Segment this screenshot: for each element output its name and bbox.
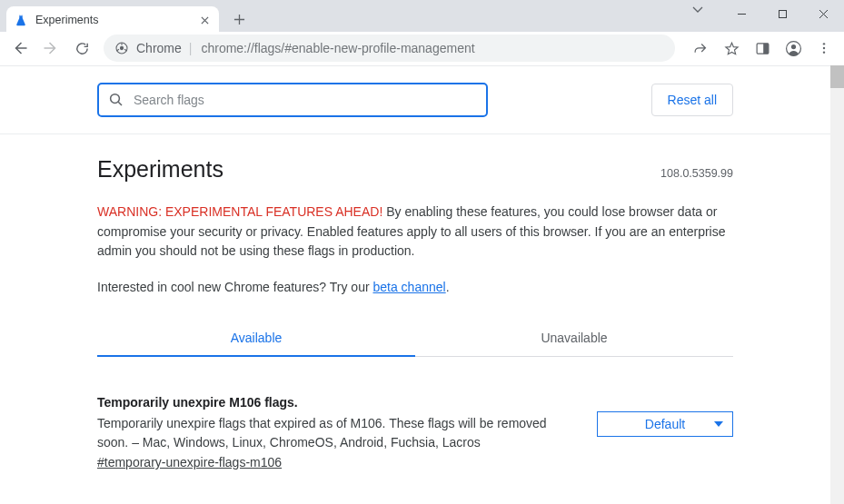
close-window-button[interactable] xyxy=(803,0,844,27)
reload-button[interactable] xyxy=(67,35,96,62)
forward-button[interactable] xyxy=(36,35,65,62)
flag-hash-link[interactable]: #temporary-unexpire-flags-m106 xyxy=(97,455,282,469)
omnibox-prefix: Chrome xyxy=(136,41,182,55)
share-icon[interactable] xyxy=(686,35,715,62)
flag-select[interactable]: Default xyxy=(597,411,733,437)
menu-icon[interactable] xyxy=(809,35,839,62)
scrollbar-track[interactable] xyxy=(830,65,844,504)
toolbar: Chrome | chrome://flags/#enable-new-prof… xyxy=(0,32,844,65)
flag-desc: Temporarily unexpire flags that expired … xyxy=(97,414,579,452)
beta-post: . xyxy=(446,280,450,294)
new-tab-button[interactable] xyxy=(226,6,252,32)
svg-point-9 xyxy=(823,51,825,53)
svg-point-10 xyxy=(111,94,120,104)
svg-rect-4 xyxy=(763,43,769,53)
tab-unavailable[interactable]: Unavailable xyxy=(415,320,733,356)
back-button[interactable] xyxy=(5,35,35,62)
page-title: Experiments xyxy=(97,156,223,183)
tab-title: Experiments xyxy=(35,14,98,26)
maximize-button[interactable] xyxy=(762,0,803,27)
svg-point-7 xyxy=(823,43,825,44)
version-label: 108.0.5359.99 xyxy=(660,167,733,180)
svg-point-8 xyxy=(823,47,825,49)
svg-rect-0 xyxy=(779,10,787,17)
close-tab-icon[interactable] xyxy=(197,13,212,27)
tabs: Available Unavailable xyxy=(97,320,733,357)
omnibox[interactable]: Chrome | chrome://flags/#enable-new-prof… xyxy=(104,35,675,62)
warning-text: WARNING: EXPERIMENTAL FEATURES AHEAD! By… xyxy=(97,203,733,262)
content: Experiments 108.0.5359.99 WARNING: EXPER… xyxy=(0,134,830,504)
beta-pre: Interested in cool new Chrome features? … xyxy=(97,280,372,294)
search-row: Reset all xyxy=(0,66,830,134)
search-icon xyxy=(108,92,124,108)
svg-point-2 xyxy=(120,46,124,50)
omnibox-url: chrome://flags/#enable-new-profile-manag… xyxy=(201,41,474,55)
flask-icon xyxy=(14,13,28,27)
minimize-button[interactable] xyxy=(721,0,762,27)
beta-line: Interested in cool new Chrome features? … xyxy=(97,280,733,294)
browser-tab[interactable]: Experiments xyxy=(6,6,219,34)
chevron-down-icon[interactable] xyxy=(692,5,703,15)
svg-point-6 xyxy=(790,44,795,48)
site-info-icon[interactable]: Chrome xyxy=(114,41,182,55)
page-viewport: Reset all Experiments 108.0.5359.99 WARN… xyxy=(0,65,830,504)
flag-title: Temporarily unexpire M106 flags. xyxy=(97,395,579,410)
bookmark-icon[interactable] xyxy=(717,35,746,62)
beta-channel-link[interactable]: beta channel xyxy=(372,280,445,294)
search-wrap[interactable] xyxy=(97,83,488,117)
profile-icon[interactable] xyxy=(779,35,808,62)
warning-red: WARNING: EXPERIMENTAL FEATURES AHEAD! xyxy=(97,204,382,219)
flag-row: Temporarily unexpire M106 flags. Tempora… xyxy=(97,395,733,469)
search-input[interactable] xyxy=(134,93,477,107)
omnibox-separator: | xyxy=(189,41,193,55)
reset-all-button[interactable]: Reset all xyxy=(651,84,733,116)
titlebar: Experiments xyxy=(0,0,844,32)
window-controls xyxy=(721,0,844,27)
tab-available[interactable]: Available xyxy=(97,320,415,356)
scrollbar-thumb[interactable] xyxy=(830,65,844,88)
side-panel-icon[interactable] xyxy=(748,35,777,62)
